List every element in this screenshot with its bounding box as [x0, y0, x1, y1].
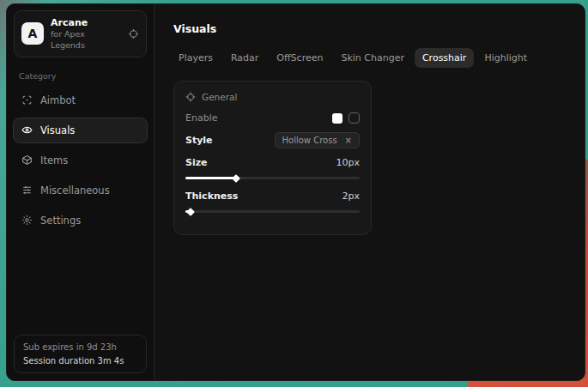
sidebar: A Arcane for Apex Legends Category — [7, 4, 155, 380]
app-name: Arcane — [51, 17, 121, 29]
sub-expires-text: Sub expires in 9d 23h — [23, 342, 137, 352]
box-icon — [21, 154, 33, 166]
sidebar-item-label: Miscellaneous — [40, 184, 110, 197]
thickness-row: Thickness 2px — [185, 190, 360, 202]
main-panel: Visuals Players Radar OffScreen Skin Cha… — [155, 4, 585, 380]
size-slider-fill — [185, 177, 236, 179]
category-label: Category — [19, 71, 142, 81]
tab-crosshair[interactable]: Crosshair — [415, 48, 474, 68]
thickness-label: Thickness — [185, 190, 238, 202]
tab-offscreen[interactable]: OffScreen — [269, 48, 330, 68]
sidebar-item-label: Visuals — [40, 124, 75, 136]
enable-label: Enable — [185, 112, 217, 124]
sidebar-nav: Aimbot Visuals Items — [7, 88, 154, 233]
style-label: Style — [185, 135, 213, 146]
subscription-info-box: Sub expires in 9d 23h Session duration 3… — [14, 335, 147, 373]
close-icon[interactable]: × — [345, 136, 352, 145]
sidebar-item-settings[interactable]: Settings — [13, 208, 148, 233]
app-logo: A — [21, 22, 44, 45]
tab-bar: Players Radar OffScreen Skin Changer Cro… — [171, 48, 573, 68]
enable-controls — [332, 112, 360, 124]
size-slider-thumb[interactable] — [232, 174, 240, 183]
gear-icon — [21, 215, 33, 226]
size-slider[interactable] — [185, 177, 360, 179]
size-label: Size — [185, 157, 208, 168]
app-window: A Arcane for Apex Legends Category — [6, 3, 585, 381]
style-row: Style Hollow Cross × — [185, 132, 360, 148]
section-header: General — [185, 92, 360, 102]
sidebar-item-visuals[interactable]: Visuals — [13, 118, 148, 143]
tab-highlight[interactable]: Highlight — [476, 48, 535, 68]
sidebar-item-items[interactable]: Items — [13, 148, 148, 173]
tab-skin-changer[interactable]: Skin Changer — [333, 48, 412, 68]
style-value: Hollow Cross — [282, 136, 337, 145]
sliders-icon — [21, 184, 33, 196]
thickness-value: 2px — [342, 190, 361, 202]
tab-radar[interactable]: Radar — [223, 48, 266, 68]
enable-row: Enable — [185, 112, 360, 124]
general-settings-card: General Enable Style Hollow Cross × Size… — [173, 81, 372, 235]
app-header: A Arcane for Apex Legends — [14, 10, 147, 57]
page-title: Visuals — [173, 22, 573, 35]
color-swatch[interactable] — [332, 113, 342, 124]
session-duration-text: Session duration 3m 4s — [23, 356, 137, 366]
target-icon[interactable] — [128, 28, 139, 39]
sidebar-spacer — [7, 233, 154, 328]
sidebar-item-label: Aimbot — [40, 94, 76, 106]
eye-icon — [21, 124, 33, 136]
section-label: General — [202, 92, 237, 102]
thickness-slider[interactable] — [185, 210, 360, 213]
sidebar-item-miscellaneous[interactable]: Miscellaneous — [13, 178, 148, 203]
app-subtitle: for Apex Legends — [51, 29, 121, 51]
style-value-tag[interactable]: Hollow Cross × — [275, 132, 360, 148]
size-row: Size 10px — [185, 157, 360, 168]
enable-checkbox[interactable] — [349, 112, 360, 124]
size-value: 10px — [336, 157, 361, 168]
app-title-block: Arcane for Apex Legends — [51, 17, 121, 51]
sidebar-item-label: Items — [40, 154, 68, 166]
tab-players[interactable]: Players — [171, 48, 221, 68]
crosshair-icon — [185, 92, 196, 102]
crosshair-viewfinder-icon — [21, 94, 33, 106]
sidebar-item-label: Settings — [40, 215, 81, 227]
thickness-slider-thumb[interactable] — [186, 208, 195, 216]
sidebar-item-aimbot[interactable]: Aimbot — [13, 88, 148, 113]
